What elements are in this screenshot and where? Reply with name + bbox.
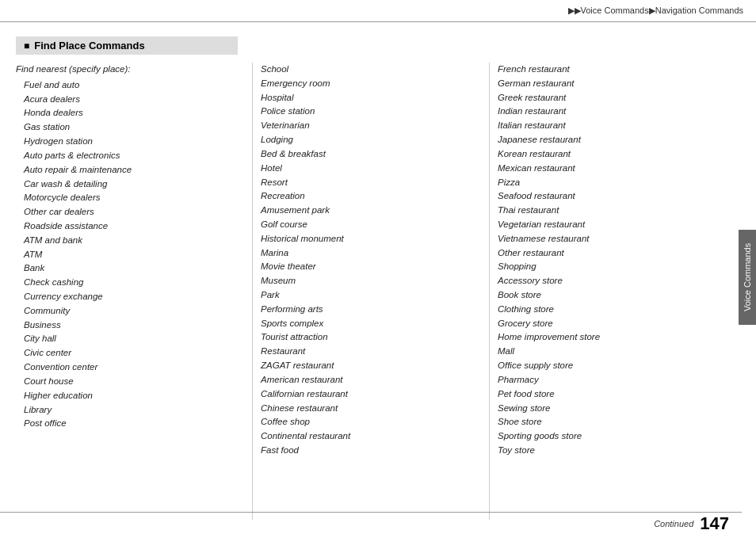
list-item: ATM and bank <box>16 234 244 248</box>
right-tab-label: Voice Commands <box>743 243 752 311</box>
list-item: Other car dealers <box>16 205 244 219</box>
list-item: Performing arts <box>253 303 481 317</box>
col2-list: SchoolEmergency roomHospitalPolice stati… <box>253 63 481 458</box>
list-item: School <box>253 63 481 77</box>
column-1: Find nearest (specify place): Fuel and a… <box>16 63 253 520</box>
list-item: Currency exchange <box>16 290 244 304</box>
top-bar: ▶▶Voice Commands▶Navigation Commands <box>0 0 756 22</box>
list-item: ZAGAT restaurant <box>253 359 481 373</box>
list-item: Continental restaurant <box>253 429 481 444</box>
list-item: Pharmacy <box>490 373 718 387</box>
list-item: Grocery store <box>490 317 718 331</box>
list-item: Mexican restaurant <box>490 162 718 176</box>
list-item: Museum <box>253 274 481 288</box>
list-item: ATM <box>16 248 244 262</box>
list-item: Shopping <box>490 260 718 274</box>
list-item: Library <box>16 403 244 418</box>
list-item: Seafood restaurant <box>490 189 718 204</box>
list-item: Vietnamese restaurant <box>490 232 718 246</box>
list-item: Higher education <box>16 389 244 403</box>
find-nearest-label: Find nearest (specify place): <box>16 63 244 77</box>
col1-items: Find nearest (specify place): Fuel and a… <box>16 63 244 431</box>
list-item: Thai restaurant <box>490 204 718 218</box>
list-item: Hydrogen station <box>16 135 244 149</box>
list-item: Motorcycle dealers <box>16 191 244 205</box>
section-title: Find Place Commands <box>34 40 144 51</box>
list-item: Resort <box>253 176 481 190</box>
col1-list: Fuel and autoAcura dealersHonda dealersG… <box>16 78 244 431</box>
list-item: Fast food <box>253 444 481 458</box>
list-item: Civic center <box>16 346 244 360</box>
list-item: Sewing store <box>490 402 718 416</box>
list-item: Bank <box>16 261 244 276</box>
list-item: Fuel and auto <box>16 78 244 93</box>
list-item: Movie theater <box>253 260 481 274</box>
list-item: Sports complex <box>253 317 481 331</box>
list-item: Vegetarian restaurant <box>490 218 718 232</box>
bottom-bar: Continued 147 <box>0 512 742 534</box>
list-item: American restaurant <box>253 373 481 387</box>
list-item: Honda dealers <box>16 106 244 120</box>
list-item: Acura dealers <box>16 93 244 107</box>
list-item: Tourist attraction <box>253 330 481 345</box>
list-item: Court house <box>16 375 244 389</box>
list-item: Lodging <box>253 133 481 147</box>
col2-items: SchoolEmergency roomHospitalPolice stati… <box>253 63 481 458</box>
list-item: Emergency room <box>253 77 481 91</box>
list-item: Pizza <box>490 176 718 190</box>
list-item: Park <box>253 288 481 303</box>
list-item: Home improvement store <box>490 330 718 345</box>
list-item: Shoe store <box>490 415 718 429</box>
list-item: Business <box>16 318 244 333</box>
list-item: Police station <box>253 105 481 119</box>
breadcrumb: ▶▶Voice Commands▶Navigation Commands <box>568 6 743 16</box>
list-item: Office supply store <box>490 359 718 373</box>
col3-list: French restaurantGerman restaurantGreek … <box>490 63 718 458</box>
list-item: Italian restaurant <box>490 119 718 133</box>
list-item: Post office <box>16 417 244 431</box>
list-item: Convention center <box>16 360 244 375</box>
columns-container: Find nearest (specify place): Fuel and a… <box>16 63 726 520</box>
list-item: Greek restaurant <box>490 91 718 105</box>
list-item: Veterinarian <box>253 119 481 133</box>
list-item: Book store <box>490 288 718 303</box>
list-item: Roadside assistance <box>16 219 244 234</box>
list-item: French restaurant <box>490 63 718 77</box>
list-item: Check cashing <box>16 276 244 290</box>
list-item: Auto repair & maintenance <box>16 163 244 177</box>
list-item: Auto parts & electronics <box>16 149 244 163</box>
list-item: Mall <box>490 345 718 359</box>
list-item: Japanese restaurant <box>490 133 718 147</box>
col3-items: French restaurantGerman restaurantGreek … <box>490 63 718 458</box>
list-item: City hall <box>16 332 244 346</box>
list-item: Community <box>16 304 244 318</box>
main-content: Find Place Commands Find nearest (specif… <box>0 22 742 534</box>
list-item: Amusement park <box>253 204 481 218</box>
list-item: Hospital <box>253 91 481 105</box>
list-item: Toy store <box>490 444 718 458</box>
list-item: Clothing store <box>490 303 718 317</box>
list-item: Coffee shop <box>253 415 481 429</box>
column-2: SchoolEmergency roomHospitalPolice stati… <box>253 63 490 520</box>
list-item: Sporting goods store <box>490 429 718 444</box>
list-item: Gas station <box>16 120 244 135</box>
list-item: Bed & breakfast <box>253 147 481 162</box>
section-header: Find Place Commands <box>16 36 238 55</box>
list-item: Other restaurant <box>490 246 718 261</box>
list-item: Car wash & detailing <box>16 177 244 192</box>
list-item: Pet food store <box>490 387 718 402</box>
list-item: Hotel <box>253 162 481 176</box>
list-item: Californian restaurant <box>253 387 481 402</box>
list-item: Historical monument <box>253 232 481 246</box>
list-item: Recreation <box>253 189 481 204</box>
list-item: Accessory store <box>490 274 718 288</box>
page-number: 147 <box>700 513 729 534</box>
list-item: Golf course <box>253 218 481 232</box>
column-3: French restaurantGerman restaurantGreek … <box>490 63 726 520</box>
list-item: Marina <box>253 246 481 261</box>
list-item: Chinese restaurant <box>253 402 481 416</box>
continued-label: Continued <box>654 519 693 528</box>
list-item: Restaurant <box>253 345 481 359</box>
list-item: Korean restaurant <box>490 147 718 162</box>
list-item: Indian restaurant <box>490 105 718 119</box>
